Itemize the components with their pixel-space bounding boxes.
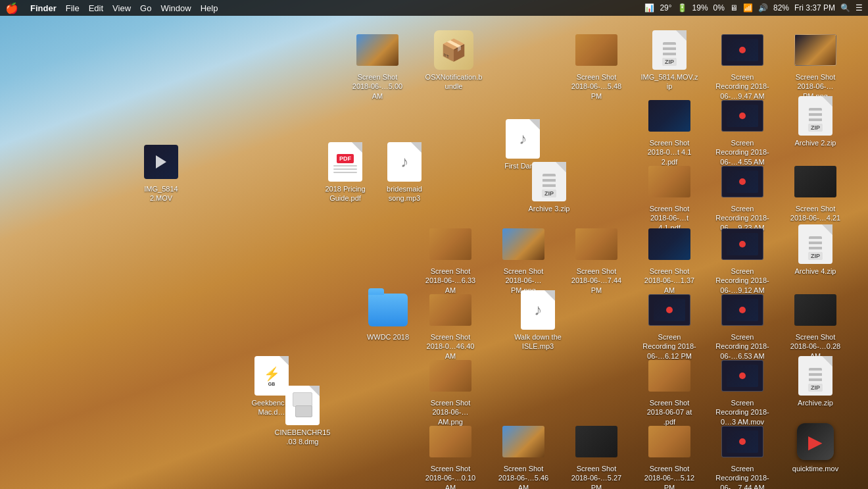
icon-thumbnail-screenshot11 <box>429 289 471 331</box>
desktop-icon-screenshot2[interactable]: Screen Shot 2018-06-…5.48 PM <box>567 29 626 101</box>
desktop-icon-screenshot13[interactable]: Screen Shot 2018-06-…AM.png <box>421 355 480 426</box>
desktop-icon-walkdown[interactable]: ♪Walk down the ISLE.mp3 <box>508 289 567 351</box>
icon-label-pricing: 2018 Pricing Guide.pdf <box>316 184 374 203</box>
clock: Fri 3:37 PM <box>794 3 835 13</box>
desktop-icon-bridesmaid[interactable]: ♪bridesmaid song.mp3 <box>375 141 434 203</box>
icon-label-quicktime: quicktime.mov <box>792 464 838 473</box>
desktop-icon-screenshot9[interactable]: Screen Shot 2018-06-…7.44 PM <box>567 223 626 295</box>
icon-label-wwdc2018: WWDC 2018 <box>367 332 409 342</box>
icon-label-archive2: Archive 2.zip <box>795 138 836 147</box>
icon-thumbnail-img5814mov_zip: ZIP <box>648 29 690 71</box>
search-icon[interactable]: 🔍 <box>840 3 850 13</box>
app-name[interactable]: Finder <box>30 3 57 13</box>
desktop-icon-pricing[interactable]: PDF2018 Pricing Guide.pdf <box>316 141 375 203</box>
icon-label-img5814mov: IMG_5814 2.MOV <box>132 184 190 203</box>
desktop-icon-screenrec2[interactable]: Screen Recording 2018-06-…4.55 AM <box>713 95 772 167</box>
desktop-icon-img5814mov[interactable]: IMG_5814 2.MOV <box>132 141 191 203</box>
icon-thumbnail-screenshot13 <box>429 355 471 397</box>
menu-help[interactable]: Help <box>201 3 218 13</box>
icon-label-archive4: Archive 4.zip <box>795 267 836 276</box>
desktop-icon-screenrec1[interactable]: Screen Recording 2018-06-…9.47 AM <box>713 29 772 101</box>
icon-thumbnail-screenrec3 <box>721 161 763 203</box>
desktop-icon-archivezip[interactable]: ZIPArchive.zip <box>786 355 845 407</box>
display-icon: 🖥 <box>730 3 738 13</box>
desktop-icon-screenrec5[interactable]: Screen Recording 2018-06-…6.12 PM <box>640 289 699 361</box>
list-icon[interactable]: ☰ <box>856 3 863 13</box>
desktop-icon-screenshot16[interactable]: Screen Shot 2018-06-…5.46 AM <box>494 421 553 489</box>
desktop-icon-screenshot5[interactable]: Screen Shot 2018-06-…t 4.1.pdf <box>640 161 699 232</box>
icon-thumbnail-screenshot3 <box>794 29 836 71</box>
desktop-icon-cinebench[interactable]: CINEBENCHR15.03 8.dmg <box>273 384 332 447</box>
desktop-icon-screenshot4[interactable]: Screen Shot 2018-0…t 4.1 2.pdf <box>640 95 699 167</box>
wifi-icon: 📶 <box>743 3 753 13</box>
desktop-icon-screenrec4[interactable]: Screen Recording 2018-06-…9.12 AM <box>713 223 772 295</box>
temperature: 29° <box>660 3 671 13</box>
icon-thumbnail-screenrec7 <box>721 355 763 397</box>
desktop-icon-screenshot1[interactable]: Screen Shot 2018-06-…5.00 AM <box>348 29 407 101</box>
cpu-monitor-icon: 📊 <box>644 3 654 13</box>
icon-label-archive3: Archive 3.zip <box>529 204 570 213</box>
icon-thumbnail-archive2: ZIP <box>794 95 836 137</box>
icon-label-screenshot18: Screen Shot 2018-06-…5.12 PM <box>640 464 698 489</box>
icon-label-bridesmaid: bridesmaid song.mp3 <box>375 184 433 203</box>
desktop-icon-screenrec8[interactable]: Screen Recording 2018-06-…7.44 AM <box>713 421 772 489</box>
desktop-icon-osxnotification[interactable]: 📦OSXNotification.b undle <box>424 29 483 91</box>
desktop: Screen Shot 2018-06-…5.00 AM📦OSXNotifica… <box>0 16 868 489</box>
icon-thumbnail-img5814mov <box>140 141 182 183</box>
desktop-icon-quicktime[interactable]: ▶quicktime.mov <box>786 421 845 473</box>
icon-thumbnail-archivezip: ZIP <box>794 355 836 397</box>
icon-thumbnail-screenshot2 <box>575 29 617 71</box>
icon-label-walkdown: Walk down the ISLE.mp3 <box>509 332 567 351</box>
status-bar: 📊 29° 🔋 19% 0% 🖥 📶 🔊 82% Fri 3:37 PM 🔍 ☰ <box>644 3 863 13</box>
desktop-icon-screenshot15[interactable]: Screen Shot 2018-06-…0.10 AM <box>421 421 480 489</box>
battery-percent: 19% <box>692 3 708 13</box>
icon-label-archivezip: Archive.zip <box>798 398 833 407</box>
icon-thumbnail-quicktime: ▶ <box>794 421 836 463</box>
icon-thumbnail-screenrec6 <box>721 289 763 331</box>
desktop-icon-screenshot3[interactable]: Screen Shot 2018-06-…PM.png <box>786 29 845 101</box>
desktop-icon-screenshot18[interactable]: Screen Shot 2018-06-…5.12 PM <box>640 421 699 489</box>
charge-status: 0% <box>713 3 725 13</box>
desktop-icon-wwdc2018[interactable]: WWDC 2018 <box>358 289 418 342</box>
icon-thumbnail-screenshot15 <box>429 421 471 463</box>
icon-thumbnail-osxnotification: 📦 <box>433 29 475 71</box>
apple-menu[interactable]: 🍎 <box>5 2 18 14</box>
desktop-icon-screenrec6[interactable]: Screen Recording 2018-06-…6.53 AM <box>713 289 772 361</box>
menu-view[interactable]: View <box>112 3 131 13</box>
icon-label-screenshot1: Screen Shot 2018-06-…5.00 AM <box>349 72 406 101</box>
desktop-icon-screenshot10[interactable]: Screen Shot 2018-06-…1.37 AM <box>640 223 699 295</box>
icon-label-screenshot9: Screen Shot 2018-06-…7.44 PM <box>567 267 625 295</box>
desktop-icon-archive4[interactable]: ZIPArchive 4.zip <box>786 223 845 276</box>
menu-edit[interactable]: Edit <box>89 3 103 13</box>
desktop-icon-screenrec7[interactable]: Screen Recording 2018-0…3 AM.mov <box>713 355 772 426</box>
desktop-icon-screenshot6[interactable]: Screen Shot 2018-06-…4.21 PM <box>786 161 845 232</box>
desktop-icon-screenshot17[interactable]: Screen Shot 2018-06-…5.27 PM <box>567 421 626 489</box>
desktop-icon-screenshot12[interactable]: Screen Shot 2018-06-…0.28 AM <box>786 289 845 361</box>
icon-thumbnail-screenshot6 <box>794 161 836 203</box>
desktop-icon-img5814mov_zip[interactable]: ZIPIMG_5814.MOV.zip <box>640 29 699 91</box>
icon-label-screenshot17: Screen Shot 2018-06-…5.27 PM <box>567 464 625 489</box>
desktop-icon-archive2[interactable]: ZIPArchive 2.zip <box>786 95 845 147</box>
desktop-icon-screenrec3[interactable]: Screen Recording 2018-06-…9.23 AM <box>713 161 772 232</box>
icon-thumbnail-screenshot7 <box>429 223 471 265</box>
icon-thumbnail-archive3: ZIP <box>528 161 570 203</box>
icon-thumbnail-screenshot10 <box>648 223 690 265</box>
menu-file[interactable]: File <box>66 3 80 13</box>
icon-thumbnail-cinebench <box>281 384 324 426</box>
icon-thumbnail-archive4: ZIP <box>794 223 836 265</box>
icon-thumbnail-screenshot16 <box>502 421 544 463</box>
icon-thumbnail-walkdown: ♪ <box>517 289 559 331</box>
icon-label-screenrec8: Screen Recording 2018-06-…7.44 AM <box>713 464 771 489</box>
icon-thumbnail-screenshot4 <box>648 95 690 137</box>
menu-go[interactable]: Go <box>140 3 151 13</box>
icon-label-screenshot15: Screen Shot 2018-06-…0.10 AM <box>422 464 479 489</box>
desktop-icon-archive3[interactable]: ZIPArchive 3.zip <box>519 161 579 213</box>
desktop-icon-screenshot14[interactable]: Screen Shot 2018-06-07 at .pdf <box>640 355 699 426</box>
icon-thumbnail-screenrec4 <box>721 223 763 265</box>
menu-window[interactable]: Window <box>160 3 191 13</box>
desktop-icon-screenshot11[interactable]: Screen Shot 2018-0…46.40 AM <box>421 289 480 361</box>
desktop-icon-screenshot7[interactable]: Screen Shot 2018-06-…6.33 AM <box>421 223 480 295</box>
icon-thumbnail-screenshot9 <box>575 223 617 265</box>
icon-label-screenshot16: Screen Shot 2018-06-…5.46 AM <box>494 464 552 489</box>
desktop-icon-screenshot8[interactable]: Screen Shot 2018-06-…PM.png <box>494 223 553 295</box>
